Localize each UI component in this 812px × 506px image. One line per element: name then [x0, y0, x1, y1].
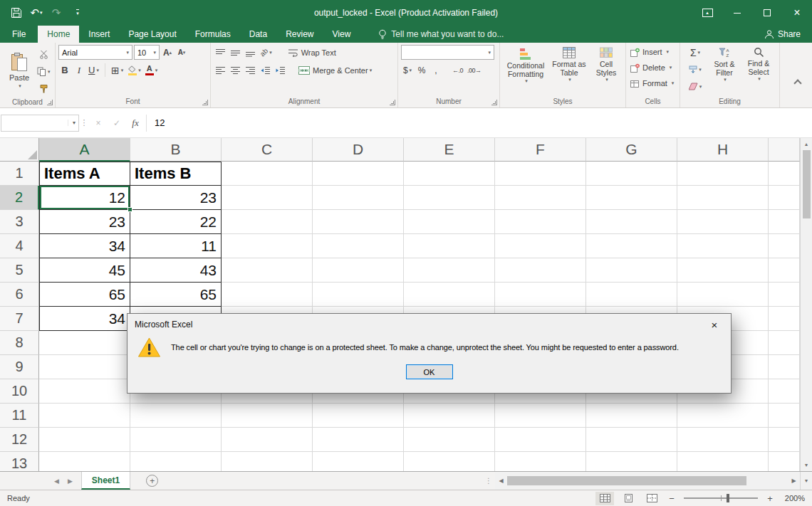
- format-painter-button[interactable]: [36, 81, 52, 96]
- align-left-button[interactable]: [214, 63, 227, 78]
- insert-function-button[interactable]: fx: [126, 115, 145, 132]
- prev-sheet-button[interactable]: ◀: [54, 478, 59, 485]
- tab-home[interactable]: Home: [38, 26, 79, 43]
- cell-G3[interactable]: [586, 210, 677, 234]
- cell-styles-button[interactable]: Cell Styles ▾: [590, 45, 623, 95]
- minimize-button[interactable]: [722, 0, 752, 26]
- cell-C2[interactable]: [222, 186, 313, 210]
- cell-C6[interactable]: [222, 283, 313, 307]
- underline-button[interactable]: U▾: [87, 63, 100, 78]
- cell-A10[interactable]: [39, 379, 130, 404]
- font-name-combo[interactable]: Arial▾: [58, 45, 132, 60]
- page-break-view-button[interactable]: [642, 492, 661, 505]
- row-header-11[interactable]: 11: [0, 404, 39, 428]
- tab-page-layout[interactable]: Page Layout: [119, 26, 185, 43]
- cell-E11[interactable]: [404, 404, 495, 428]
- sort-filter-button[interactable]: AZ Sort & Filter ▾: [707, 45, 741, 95]
- cell-partial-1[interactable]: [769, 162, 800, 186]
- cell-partial-10[interactable]: [769, 379, 800, 404]
- redo-button[interactable]: ↷: [48, 4, 64, 21]
- cell-B1[interactable]: Items B: [130, 162, 222, 186]
- cell-A13[interactable]: [39, 452, 130, 471]
- row-header-12[interactable]: 12: [0, 428, 39, 452]
- cancel-entry-button[interactable]: ×: [89, 115, 108, 132]
- cell-A11[interactable]: [39, 404, 130, 428]
- zoom-level[interactable]: 200%: [781, 494, 805, 502]
- cell-C11[interactable]: [222, 404, 313, 428]
- tell-me-box[interactable]: Tell me what you want to do...: [378, 26, 504, 43]
- cell-B3[interactable]: 22: [130, 210, 222, 234]
- cell-H12[interactable]: [677, 428, 769, 452]
- cell-partial-7[interactable]: [769, 307, 800, 331]
- save-button[interactable]: [9, 4, 24, 21]
- row-header-4[interactable]: 4: [0, 234, 39, 258]
- cell-B5[interactable]: 43: [130, 258, 222, 283]
- number-dialog-launcher[interactable]: [491, 100, 497, 105]
- tab-review[interactable]: Review: [276, 26, 323, 43]
- conditional-formatting-button[interactable]: Conditional Formatting ▾: [503, 45, 548, 95]
- sheet-tab-sheet1[interactable]: Sheet1: [81, 472, 130, 490]
- cell-D11[interactable]: [313, 404, 404, 428]
- ribbon-display-options-button[interactable]: ▴: [692, 0, 722, 26]
- percent-style-button[interactable]: %: [415, 63, 428, 78]
- cell-D6[interactable]: [313, 283, 404, 307]
- enter-entry-button[interactable]: ✓: [108, 115, 126, 132]
- collapse-ribbon-button[interactable]: [793, 79, 801, 87]
- clear-button[interactable]: ▾: [683, 79, 707, 94]
- cell-F13[interactable]: [495, 452, 586, 471]
- column-header-H[interactable]: H: [677, 138, 769, 162]
- cell-A6[interactable]: 65: [39, 283, 130, 307]
- scroll-down-button[interactable]: ▾: [801, 459, 812, 471]
- align-right-button[interactable]: [244, 63, 257, 78]
- formula-input[interactable]: 12: [149, 115, 812, 132]
- cell-E3[interactable]: [404, 210, 495, 234]
- vertical-scroll-thumb[interactable]: [803, 150, 811, 218]
- new-sheet-button[interactable]: +: [146, 475, 158, 487]
- cell-F11[interactable]: [495, 404, 586, 428]
- cell-D5[interactable]: [313, 258, 404, 283]
- cell-A12[interactable]: [39, 428, 130, 452]
- row-header-5[interactable]: 5: [0, 258, 39, 283]
- cell-G13[interactable]: [586, 452, 677, 471]
- cell-partial-6[interactable]: [769, 283, 800, 307]
- cell-F1[interactable]: [495, 162, 586, 186]
- cell-H4[interactable]: [677, 234, 769, 258]
- cell-B13[interactable]: [130, 452, 222, 471]
- column-header-D[interactable]: D: [313, 138, 404, 162]
- cell-partial-2[interactable]: [769, 186, 800, 210]
- column-header-B[interactable]: B: [130, 138, 222, 162]
- cell-partial-3[interactable]: [769, 210, 800, 234]
- font-size-combo[interactable]: 10▾: [134, 45, 160, 60]
- accounting-format-button[interactable]: $▾: [401, 63, 414, 78]
- increase-decimal-button[interactable]: ←.0: [451, 63, 464, 78]
- cell-partial-12[interactable]: [769, 428, 800, 452]
- tab-formulas[interactable]: Formulas: [186, 26, 240, 43]
- cell-partial-13[interactable]: [769, 452, 800, 471]
- customize-quick-access-button[interactable]: ▾: [68, 4, 84, 21]
- page-layout-view-button[interactable]: [619, 492, 637, 505]
- cell-F3[interactable]: [495, 210, 586, 234]
- tab-data[interactable]: Data: [240, 26, 276, 43]
- borders-button[interactable]: ⊞▾: [110, 63, 125, 78]
- cell-A2[interactable]: 12: [39, 186, 130, 210]
- cell-G2[interactable]: [586, 186, 677, 210]
- column-header-A[interactable]: A: [39, 138, 130, 162]
- tab-splitter[interactable]: ⋮: [482, 472, 495, 490]
- cell-C4[interactable]: [222, 234, 313, 258]
- merge-center-button[interactable]: Merge & Center ▾: [297, 63, 373, 78]
- cell-B2[interactable]: 23: [130, 186, 222, 210]
- select-all-button[interactable]: [0, 138, 39, 162]
- cell-A8[interactable]: [39, 331, 130, 355]
- cell-H5[interactable]: [677, 258, 769, 283]
- row-header-10[interactable]: 10: [0, 379, 39, 404]
- cell-E4[interactable]: [404, 234, 495, 258]
- decrease-decimal-button[interactable]: .00→: [466, 63, 483, 78]
- cell-C12[interactable]: [222, 428, 313, 452]
- cell-D1[interactable]: [313, 162, 404, 186]
- cut-button[interactable]: [36, 47, 52, 62]
- zoom-slider[interactable]: [684, 497, 758, 499]
- cell-H2[interactable]: [677, 186, 769, 210]
- cell-E2[interactable]: [404, 186, 495, 210]
- cell-G5[interactable]: [586, 258, 677, 283]
- cell-E12[interactable]: [404, 428, 495, 452]
